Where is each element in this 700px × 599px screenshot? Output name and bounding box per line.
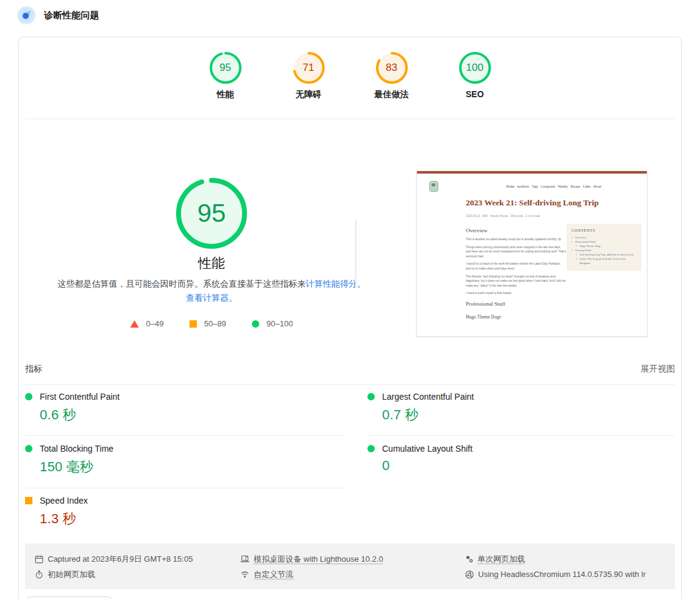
metrics-section-title: 指标: [25, 364, 42, 375]
blog-heading-hugo: Hugo Theme Doge: [466, 314, 566, 320]
toc-item: Game: The Legend of Zelda: Tears of the …: [576, 257, 636, 265]
blog-logo-icon: [429, 181, 438, 192]
lighthouse-report-page: 诊断性能问题 95 性能 71 无障碍 83 最佳做法 100 SEO 95: [0, 0, 700, 599]
blog-post-title: 2023 Week 21: Self-driving Long Trip: [466, 198, 643, 208]
calendar-icon: [35, 555, 43, 564]
metric-status-icon: [25, 497, 32, 504]
category-label: 无障碍: [296, 89, 322, 100]
metric-row-divider: [367, 435, 675, 436]
metric-first-contentful-paint: First Contentful Paint 0.6 秒: [25, 392, 352, 424]
metric-speed-index: Speed Index 1.3 秒: [25, 496, 352, 528]
green-circle-icon: [252, 320, 259, 328]
metric-value: 0: [382, 458, 676, 474]
load-type: 初始网页加载: [35, 569, 240, 580]
best-practices-score-gauge: 83: [376, 52, 408, 84]
legend-pass: 90–100: [252, 319, 293, 328]
blog-contents-box: CONTENTS Overview Professional Stuff Hug…: [567, 224, 641, 271]
category-accessibility[interactable]: 71 无障碍: [292, 52, 326, 100]
blog-paragraph: The lifestyle "just following my heart" …: [466, 274, 566, 288]
metric-value: 0.6 秒: [40, 406, 352, 424]
category-performance[interactable]: 95 性能: [208, 52, 243, 100]
metric-row-divider: [25, 435, 345, 436]
toc-item: Hugo Theme Doge: [576, 244, 636, 248]
samples-icon: [465, 555, 473, 563]
contents-title: CONTENTS: [572, 228, 636, 232]
legend-average: 50–89: [190, 319, 226, 328]
score-description: 这些都是估算值，且可能会因时而异。系统会直接基于这些指标来计算性能得分。 查看计…: [56, 277, 367, 305]
blog-paragraph: I would try to back to the work-life pat…: [466, 262, 566, 271]
chromium-icon: [465, 570, 474, 579]
toc-item: Personal Stuff: [572, 248, 636, 252]
orange-square-icon: [190, 320, 197, 328]
legend-range: 50–89: [204, 319, 226, 328]
category-label: SEO: [466, 89, 484, 99]
legend-fail: 0–49: [130, 319, 164, 328]
blog-article-body: Overview This is another so-called weekl…: [466, 222, 566, 320]
metric-largest-contentful-paint: Largest Contentful Paint 0.7 秒: [367, 392, 676, 424]
device-emulation: 模拟桌面设备 with Lighthouse 10.2.0: [240, 554, 465, 565]
laptop-icon: [240, 555, 249, 563]
metric-value: 150 毫秒: [40, 458, 352, 476]
seo-score-gauge: 100: [459, 52, 491, 84]
stopwatch-icon: [35, 570, 43, 579]
metric-row-divider: [25, 488, 345, 488]
page-screenshot: Home Archives Tags Categories Weekly Rec…: [416, 171, 647, 337]
expand-view-button[interactable]: 展开视图: [641, 364, 675, 375]
blog-paragraph: Things were coming continuously and neve…: [466, 245, 566, 259]
metric-name: Total Blocking Time: [40, 444, 114, 454]
capture-time: Captured at 2023年6月9日 GMT+8 15:05: [35, 554, 240, 565]
report-header: 诊断性能问题: [17, 6, 99, 24]
metric-value: 0.7 秒: [382, 406, 676, 424]
category-seo[interactable]: 100 SEO: [458, 52, 492, 100]
metric-cumulative-layout-shift: Cumulative Layout Shift 0: [367, 444, 676, 474]
chromium-version: Using HeadlessChromium 114.0.5735.90 wit…: [465, 570, 665, 579]
blog-paragraph: I need to push myself a little harder.: [466, 291, 566, 296]
category-label: 性能: [217, 89, 234, 100]
legend-range: 90–100: [267, 319, 293, 328]
score-description-text: 这些都是估算值，且可能会因时而异。系统会直接基于这些指标来: [57, 279, 306, 288]
diagnostics-compass-icon: [17, 6, 35, 24]
performance-score-gauge: 95: [210, 52, 241, 84]
metric-name: Cumulative Layout Shift: [382, 444, 473, 454]
metric-status-icon: [367, 445, 375, 452]
report-card: 95 性能 71 无障碍 83 最佳做法 100 SEO 95 性能 这些都是估…: [18, 37, 682, 599]
category-best-practices[interactable]: 83 最佳做法: [375, 52, 409, 100]
category-scores-row: 95 性能 71 无障碍 83 最佳做法 100 SEO: [19, 52, 681, 100]
metric-status-icon: [25, 393, 32, 400]
metrics-header-divider: [25, 384, 675, 385]
metric-total-blocking-time: Total Blocking Time 150 毫秒: [25, 444, 352, 476]
blog-heading-overview: Overview: [466, 227, 566, 233]
toc-item: Self-driving Long Trip, 4000 km in last …: [576, 252, 636, 257]
metric-status-icon: [25, 445, 32, 452]
blog-nav: Home Archives Tags Categories Weekly Rec…: [506, 185, 641, 188]
performance-main-gauge: 95: [176, 178, 247, 249]
sample-mode: 单次网页加载: [465, 554, 665, 565]
next-section-partial[interactable]: [27, 597, 111, 599]
throttling-setting: 自定义节流: [240, 569, 465, 580]
metric-value: 1.3 秒: [40, 510, 352, 528]
metric-name: First Contentful Paint: [40, 392, 120, 402]
runtime-settings-footer: Captured at 2023年6月9日 GMT+8 15:05 模拟桌面设备…: [25, 543, 675, 589]
section-divider: [25, 119, 675, 119]
metric-status-icon: [367, 393, 375, 400]
accessibility-score-gauge: 71: [293, 52, 325, 84]
metric-name: Largest Contentful Paint: [382, 392, 474, 402]
legend-range: 0–49: [146, 319, 164, 328]
toc-item: Overview: [572, 235, 636, 240]
contents-list: Overview Professional Stuff Hugo Theme D…: [572, 235, 636, 265]
page-title: 诊断性能问题: [44, 10, 99, 21]
category-label: 最佳做法: [375, 89, 409, 100]
toc-item: Professional Stuff: [572, 240, 636, 244]
blog-heading-professional: Professional Stuff: [466, 301, 566, 307]
calc-score-link[interactable]: 计算性能得分。: [306, 279, 366, 288]
metric-name: Speed Index: [40, 496, 88, 505]
network-throttle-icon: [240, 570, 249, 578]
vertical-divider: [355, 219, 356, 288]
see-calculator-link[interactable]: 查看计算器。: [186, 293, 237, 303]
blog-post-meta: 2023-05-22 · 随笔 · Weekly Recap · 390 wor…: [466, 215, 540, 218]
screenshot-top-border: [417, 171, 647, 174]
blog-paragraph: This is another so-called weekly recap b…: [466, 237, 566, 242]
red-triangle-icon: [130, 320, 139, 328]
performance-main-label: 性能: [19, 254, 404, 273]
score-legend: 0–49 50–89 90–100: [19, 319, 404, 328]
